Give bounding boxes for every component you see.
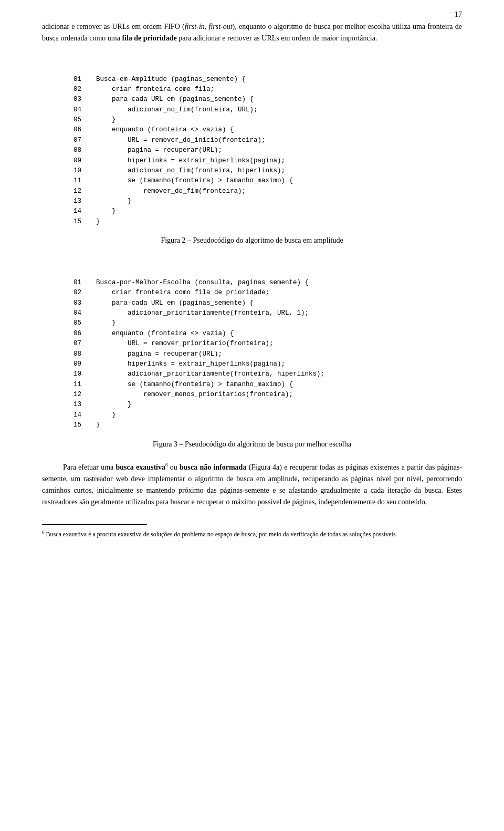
line-code: adicionar_no_fim(fronteira, URL); (88, 105, 258, 115)
line-code: se (tamanho(fronteira) > tamanho_maximo)… (88, 176, 293, 186)
line-number: 08 (74, 349, 88, 359)
line-code: pagina = recuperar(URL); (88, 349, 222, 359)
line-code: Busca-em-Amplitude (paginas_semente) { (88, 75, 246, 85)
line-code: enquanto (fronteira <> vazia) { (88, 329, 234, 339)
line-code: Busca-por-Melhor-Escolha (consulta, pagi… (88, 278, 309, 288)
line-code: URL = remover_do_inicio(fronteira); (88, 136, 266, 146)
intro-text-before: adicionar e remover as URLs em ordem FIF… (42, 23, 185, 30)
code-line: 05 } (74, 115, 462, 125)
line-number: 01 (74, 278, 88, 288)
line-number: 09 (74, 359, 88, 369)
line-code: para-cada URL em (paginas_semente) { (88, 95, 254, 105)
line-number: 06 (74, 329, 88, 339)
code-line: 04 adicionar_no_fim(fronteira, URL); (74, 105, 462, 115)
line-code: enquanto (fronteira <> vazia) { (88, 125, 234, 135)
code-line: 01 Busca-em-Amplitude (paginas_semente) … (74, 75, 462, 85)
figure3-caption: Figura 3 – Pseudocódigo do algoritmo de … (42, 440, 462, 449)
line-code: adicionar_prioritariamente(fronteira, UR… (88, 308, 309, 318)
line-number: 14 (74, 410, 88, 420)
code-line: 07 URL = remover_do_inicio(fronteira); (74, 136, 462, 146)
body-text-before: Para efetuar uma (63, 463, 116, 471)
code-block-2: 01 Busca-por-Melhor-Escolha (consulta, p… (74, 257, 462, 430)
code-line: 02 criar fronteira como fila; (74, 85, 462, 95)
body-bold2: busca não informada (180, 463, 246, 471)
intro-italic1: first-in, first-out (185, 23, 233, 30)
line-number: 07 (74, 136, 88, 146)
line-number: 05 (74, 318, 88, 328)
code-line: 14 } (74, 410, 462, 420)
code-line: 05 } (74, 318, 462, 328)
line-number: 10 (74, 166, 88, 176)
code-line: 09 hiperlinks = extrair_hiperlinks(pagin… (74, 156, 462, 166)
footnote-divider (42, 524, 147, 525)
intro-paragraph: adicionar e remover as URLs em ordem FIF… (42, 21, 462, 45)
line-number: 11 (74, 176, 88, 186)
line-code: se (tamanho(fronteira) > tamanho_maximo)… (88, 380, 293, 390)
line-number: 08 (74, 146, 88, 155)
figure2-caption: Figura 2 – Pseudocódigo do algoritmo de … (42, 236, 462, 245)
line-number: 10 (74, 369, 88, 379)
line-number: 02 (74, 288, 88, 298)
code-line: 13 } (74, 400, 462, 410)
code-line: 10 adicionar_no_fim(fronteira, hiperlink… (74, 166, 462, 176)
code-line: 15 } (74, 420, 462, 430)
line-number: 01 (74, 75, 88, 85)
line-number: 12 (74, 390, 88, 400)
code-block-1: 01 Busca-em-Amplitude (paginas_semente) … (74, 54, 462, 227)
line-code: } (88, 115, 116, 125)
code-line: 08 pagina = recuperar(URL); (74, 146, 462, 155)
line-number: 05 (74, 115, 88, 125)
line-code: criar fronteira como fila_de_prioridade; (88, 288, 269, 298)
code-line: 13 } (74, 196, 462, 206)
line-number: 04 (74, 105, 88, 115)
line-number: 03 (74, 95, 88, 105)
intro-bold1: fila de prioridade (122, 34, 176, 42)
line-code: } (88, 420, 100, 430)
code-line: 06 enquanto (fronteira <> vazia) { (74, 329, 462, 339)
code-line: 03 para-cada URL em (paginas_semente) { (74, 298, 462, 308)
line-code: remover_do_fim(fronteira); (88, 186, 246, 196)
line-number: 06 (74, 125, 88, 135)
code-line: 12 remover_do_fim(fronteira); (74, 186, 462, 196)
line-number: 02 (74, 85, 88, 95)
line-code: } (88, 410, 116, 420)
line-number: 11 (74, 380, 88, 390)
code-line: 01 Busca-por-Melhor-Escolha (consulta, p… (74, 278, 462, 288)
code-line: 12 remover_menos_prioritarios(fronteira)… (74, 390, 462, 400)
page-number: 17 (455, 11, 462, 19)
line-number: 09 (74, 156, 88, 166)
code-line: 08 pagina = recuperar(URL); (74, 349, 462, 359)
code-line: 11 se (tamanho(fronteira) > tamanho_maxi… (74, 380, 462, 390)
code-line: 14 } (74, 206, 462, 216)
line-code: } (88, 318, 116, 328)
line-number: 04 (74, 308, 88, 318)
line-number: 15 (74, 217, 88, 227)
line-code: adicionar_no_fim(fronteira, hiperlinks); (88, 166, 285, 176)
code-line: 15 } (74, 217, 462, 227)
line-code: criar fronteira como fila; (88, 85, 214, 95)
line-number: 13 (74, 196, 88, 206)
line-code: hiperlinks = extrair_hiperlinks(pagina); (88, 156, 285, 166)
line-number: 15 (74, 420, 88, 430)
code-line: 07 URL = remover_prioritario(fronteira); (74, 339, 462, 349)
code-line: 02 criar fronteira como fila_de_priorida… (74, 288, 462, 298)
line-code: hiperlinks = extrair_hiperlinks(pagina); (88, 359, 285, 369)
code-line: 10 adicionar_prioritariamente(fronteira,… (74, 369, 462, 379)
line-code: } (88, 217, 100, 227)
line-code: URL = remover_prioritario(fronteira); (88, 339, 274, 349)
line-code: para-cada URL em (paginas_semente) { (88, 298, 254, 308)
body-text-after1: ou (167, 463, 179, 471)
intro-text-after2: para adicionar e remover as URLs em orde… (177, 34, 377, 42)
code-line: 11 se (tamanho(fronteira) > tamanho_maxi… (74, 176, 462, 186)
line-number: 07 (74, 339, 88, 349)
code-line: 04 adicionar_prioritariamente(fronteira,… (74, 308, 462, 318)
line-code: adicionar_prioritariamente(fronteira, hi… (88, 369, 324, 379)
line-code: } (88, 206, 116, 216)
body-bold1: busca exaustiva (116, 463, 165, 471)
body-paragraph: Para efetuar uma busca exaustiva6 ou bus… (42, 461, 462, 508)
line-number: 03 (74, 298, 88, 308)
line-code: remover_menos_prioritarios(fronteira); (88, 390, 293, 400)
code-line: 06 enquanto (fronteira <> vazia) { (74, 125, 462, 135)
line-number: 14 (74, 206, 88, 216)
code-line: 09 hiperlinks = extrair_hiperlinks(pagin… (74, 359, 462, 369)
